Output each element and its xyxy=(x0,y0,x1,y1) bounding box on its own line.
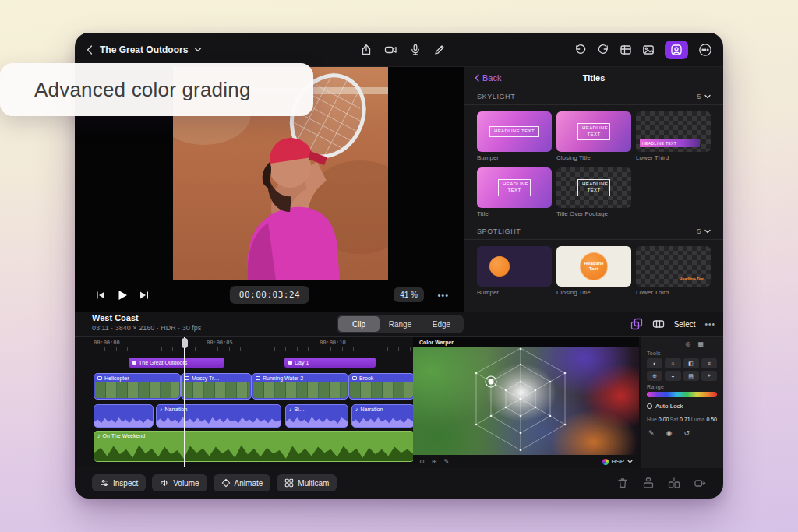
append-clip-button[interactable] xyxy=(694,477,706,489)
volume-button[interactable]: Volume xyxy=(152,474,207,491)
section-count: 5 xyxy=(697,227,701,235)
chevron-down-icon[interactable] xyxy=(194,47,202,53)
title-item[interactable]: Bumper xyxy=(477,246,552,296)
audio-clip[interactable]: ♪Narration xyxy=(156,404,281,428)
tool-button[interactable]: ▤ xyxy=(683,371,699,381)
segment-edge[interactable]: Edge xyxy=(421,316,462,332)
skip-back-button[interactable] xyxy=(95,290,106,304)
reset-icon[interactable]: ⊙ xyxy=(419,458,425,465)
grid-view-icon[interactable]: ▦ xyxy=(697,340,704,347)
viewer-more-button[interactable]: ••• xyxy=(437,291,449,300)
title-item[interactable]: HEADLINE TEXT Lower Third xyxy=(636,111,711,161)
project-title[interactable]: The Great Outdoors xyxy=(100,44,188,55)
ruler-label: 00:00:00 xyxy=(94,340,120,346)
title-item[interactable]: HEADLINE TEXT Closing Title xyxy=(556,111,631,161)
inspect-button[interactable]: Inspect xyxy=(92,474,146,491)
timecode-display[interactable]: 00:00:03:24 xyxy=(230,286,309,304)
camera-button[interactable] xyxy=(384,44,397,56)
clip-appearance-icon[interactable] xyxy=(652,318,665,330)
hue-range-slider[interactable] xyxy=(647,392,717,397)
section-header-spotlight[interactable]: SPOTLIGHT 5 xyxy=(464,224,723,240)
reset-values-icon[interactable]: ↺ xyxy=(683,429,690,437)
title-item[interactable]: HEADLINE TEXT Title Over Footage xyxy=(556,167,631,217)
more-button[interactable] xyxy=(698,43,712,57)
video-clip[interactable]: Brook xyxy=(348,373,415,400)
tool-button[interactable]: + xyxy=(701,371,717,381)
titles-browser-button-active[interactable] xyxy=(665,41,688,59)
play-button[interactable] xyxy=(116,289,129,305)
audio-waveform xyxy=(94,414,153,427)
timeline-more-button[interactable]: ••• xyxy=(704,320,715,329)
audio-waveform xyxy=(352,414,414,427)
pencil-button[interactable] xyxy=(433,44,446,56)
undo-button[interactable] xyxy=(574,44,587,56)
grid-icon[interactable]: ⊞ xyxy=(432,458,437,465)
back-button[interactable]: Back xyxy=(474,73,501,83)
video-clip[interactable]: Mossy Tr… xyxy=(181,373,252,400)
playhead-handle[interactable] xyxy=(182,338,188,348)
title-item[interactable]: Headline Text Lower Third xyxy=(636,246,711,296)
pencil-tool-icon[interactable]: ✎ xyxy=(648,429,655,437)
playhead[interactable] xyxy=(184,337,185,467)
audio-clip[interactable] xyxy=(94,404,154,428)
tool-button[interactable]: ◒ xyxy=(665,371,680,381)
section-header-skylight[interactable]: SKYLIGHT 5 xyxy=(464,89,723,105)
audio-clip[interactable]: ♪Narration xyxy=(351,404,415,428)
title-item[interactable]: Headline Text Closing Title xyxy=(556,246,631,296)
skip-forward-button[interactable] xyxy=(139,290,150,304)
color-warper-web[interactable] xyxy=(413,347,639,455)
target-icon[interactable]: ◎ xyxy=(685,340,690,347)
eyedropper-icon[interactable]: ◉ xyxy=(666,429,673,437)
title-item[interactable]: HEADLINE TEXT Bumper xyxy=(477,111,552,161)
sat-value: Sat0.71 xyxy=(670,417,690,422)
section-name: SPOTLIGHT xyxy=(477,227,521,235)
connect-clip-button[interactable] xyxy=(642,477,655,489)
trash-button[interactable] xyxy=(616,477,629,489)
segment-clip[interactable]: Clip xyxy=(338,316,380,332)
insert-clip-button[interactable] xyxy=(668,477,680,489)
color-warper-selected-point[interactable] xyxy=(489,379,494,385)
range-section-label: Range xyxy=(641,381,723,392)
ruler-label: 00:00:10 xyxy=(320,340,346,346)
draw-icon[interactable]: ✎ xyxy=(443,458,449,465)
color-warper-canvas[interactable] xyxy=(413,347,639,455)
segment-range[interactable]: Range xyxy=(380,316,421,332)
titles-header: Back Titles xyxy=(464,67,723,89)
auto-lock-toggle[interactable]: Auto Lock xyxy=(641,397,723,410)
title-item[interactable]: HEADLINE TEXT Title xyxy=(477,167,552,217)
audio-clip[interactable]: ♪Bi… xyxy=(285,404,348,428)
timeline-project-meta: 03:11 · 3840 × 2160 · HDR · 30 fps xyxy=(92,324,201,332)
timeline-marker[interactable]: The Great Outdoors xyxy=(129,358,224,368)
chevron-down-icon[interactable] xyxy=(704,94,711,99)
clip-label: Helicopter xyxy=(104,375,129,381)
tool-button[interactable]: ◐ xyxy=(647,358,662,368)
color-mode-button[interactable]: HSP xyxy=(602,458,633,465)
redo-button[interactable] xyxy=(597,44,609,56)
view-options-button[interactable] xyxy=(620,44,632,56)
callout-label: Advanced color grading xyxy=(34,78,251,102)
tool-button[interactable]: ⊕ xyxy=(647,371,662,381)
microphone-button[interactable] xyxy=(409,44,422,56)
tool-button[interactable]: ○ xyxy=(665,358,680,368)
zoom-level-button[interactable]: 41 % xyxy=(394,287,424,302)
tool-button[interactable]: ≡ xyxy=(701,358,717,368)
timeline[interactable]: 00:00:00 00:00:05 00:00:10 The Great Out… xyxy=(75,336,723,467)
share-button[interactable] xyxy=(360,44,373,56)
animate-button[interactable]: Animate xyxy=(214,474,271,491)
select-tool-button[interactable]: Select xyxy=(674,320,696,329)
color-warper-footer: ⊙ ⊞ ✎ HSP xyxy=(413,455,639,468)
title-preview: HEADLINE TEXT xyxy=(489,126,539,137)
color-warper-panel: Color Warper xyxy=(413,337,639,468)
connect-view-icon[interactable] xyxy=(630,318,643,330)
music-clip[interactable]: ♪On The Weekend xyxy=(94,431,415,462)
multicam-button[interactable]: Multicam xyxy=(277,474,337,491)
media-browser-button[interactable] xyxy=(642,44,655,56)
tool-button[interactable]: ◧ xyxy=(683,358,699,368)
marker-icon xyxy=(288,361,292,365)
timeline-marker[interactable]: Day 1 xyxy=(284,358,376,368)
video-clip[interactable]: Helicopter xyxy=(94,373,181,400)
video-clip[interactable]: Running Water 2 xyxy=(252,373,348,400)
chevron-down-icon[interactable] xyxy=(704,229,711,234)
panel-more-icon[interactable]: ⋯ xyxy=(711,340,717,347)
back-chevron-icon[interactable] xyxy=(86,44,94,56)
